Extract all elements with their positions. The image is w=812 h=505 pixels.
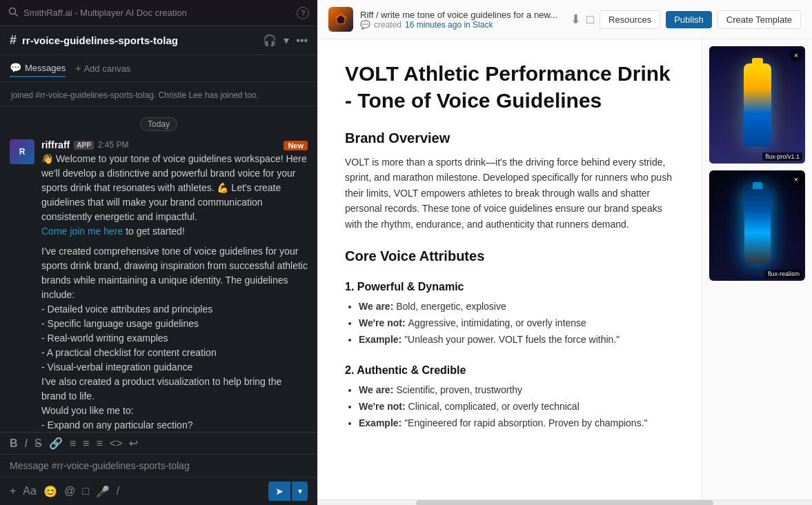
doc-main[interactable]: VOLT Athletic Performance Drink - Tone o… (317, 39, 702, 499)
image-close-button-2[interactable]: × (790, 173, 802, 186)
bullet-text: Bold, energetic, explosive (396, 301, 506, 312)
right-panel: Riff / write me tone of voice guidelines… (317, 0, 812, 505)
bold-icon[interactable]: B (10, 437, 18, 450)
publish-button[interactable]: Publish (666, 11, 712, 28)
date-divider: Today (0, 112, 317, 137)
headphone-icon[interactable]: 🎧 (263, 34, 277, 47)
link-icon[interactable]: 🔗 (49, 437, 63, 450)
huddle-icon[interactable]: □ (82, 485, 89, 497)
more-icon[interactable]: ••• (296, 34, 308, 47)
messages-area[interactable]: joined #rr-voice-guidelines-sports-tolag… (0, 82, 317, 432)
message-content: riffraff APP 2:45 PM 👋 Welcome to your t… (41, 139, 308, 239)
avatar: R (10, 139, 34, 164)
copy-icon[interactable]: □ (586, 12, 594, 27)
channel-header: # rr-voice-guidelines-sports-tolag 🎧 ▾ •… (0, 26, 317, 55)
image-label-2: flux-realism (765, 270, 802, 278)
add-icon[interactable]: + (10, 485, 16, 497)
mic-icon[interactable]: 🎤 (96, 485, 110, 498)
left-panel: SmithRaff.ai - Multiplayer AI Doc creati… (0, 0, 317, 505)
doc-subtitle: 💬 created 16 minutes ago in Slack (360, 20, 564, 30)
doc-actions: ⬇ □ Resources Publish Create Template (571, 10, 801, 29)
image-label-1: flux-pro/v1.1 (762, 152, 802, 161)
help-button[interactable]: ? (297, 7, 309, 19)
plus-icon: + (75, 63, 81, 74)
powerful-dynamic-list: We are: Bold, energetic, explosive We're… (345, 299, 674, 348)
image-card-2: × flux-realism (709, 170, 805, 281)
send-btn-area: ➤ ▾ (268, 482, 308, 501)
bullet-text: "Engineered for rapid absorption. Proven… (404, 417, 647, 428)
doc-header: Riff / write me tone of voice guidelines… (317, 0, 812, 39)
bullet-label: We're not: (359, 401, 408, 412)
core-voice-heading: Core Voice Attributes (345, 248, 674, 264)
strikethrough-icon[interactable]: S (34, 437, 42, 450)
list-ol-icon[interactable]: ≡ (70, 437, 76, 450)
doc-breadcrumb: Riff / write me tone of voice guidelines… (360, 10, 564, 20)
doc-content-area: VOLT Athletic Performance Drink - Tone o… (317, 39, 812, 499)
message-content: I've created comprehensive tone of voice… (41, 244, 308, 432)
bottle-shape (744, 63, 771, 146)
emoji-icon[interactable]: 😊 (43, 485, 57, 498)
message-author: riffraff (41, 139, 70, 150)
messages-tab[interactable]: 💬 Messages (10, 59, 66, 77)
send-arrow-button[interactable]: ▾ (292, 482, 308, 501)
chevron-down-icon[interactable]: ▾ (284, 34, 289, 47)
scrollbar-thumb (416, 500, 713, 505)
undo-icon[interactable]: ↩ (129, 437, 138, 450)
app-badge: APP (74, 141, 94, 150)
list-item: Example: "Unleash your power. VOLT fuels… (359, 332, 674, 348)
bullet-label: Example: (359, 334, 404, 345)
bullet-label: We're not: (359, 317, 408, 328)
add-canvas-label: Add canvas (83, 63, 130, 74)
compose-toolbar: B I S 🔗 ≡ ≡ ≡ <> ↩ (0, 432, 317, 454)
brand-overview-text: VOLT is more than a sports drink—it's th… (345, 155, 674, 232)
create-template-button[interactable]: Create Template (717, 10, 801, 29)
brand-logo (328, 7, 353, 32)
resources-button[interactable]: Resources (600, 10, 660, 29)
bottle-image-2 (709, 170, 805, 281)
mention-icon[interactable]: @ (64, 485, 75, 497)
search-bar: SmithRaff.ai - Multiplayer AI Doc creati… (0, 0, 317, 26)
text-format-icon[interactable]: Aa (23, 485, 37, 497)
message-text: 👋 Welcome to your tone of voice guidelin… (41, 152, 308, 239)
indent-icon[interactable]: ≡ (96, 437, 102, 450)
bottle-image-1 (709, 46, 805, 164)
authentic-credible-section: 2. Authentic & Credible We are: Scientif… (345, 364, 674, 431)
list-item: We are: Bold, energetic, explosive (359, 299, 674, 315)
bullet-text: "Unleash your power. VOLT fuels the forc… (404, 334, 620, 345)
brand-overview-section: Brand Overview VOLT is more than a sport… (345, 130, 674, 232)
list-item: We're not: Aggressive, intimidating, or … (359, 315, 674, 332)
horizontal-scrollbar[interactable] (317, 499, 812, 505)
image-card-1: × flux-pro/v1.1 (709, 46, 805, 164)
compose-area[interactable]: Message #rr-voice-guidelines-sports-tola… (0, 454, 317, 477)
join-notice: joined #rr-voice-guidelines-sports-tolag… (0, 88, 317, 106)
images-sidebar: × flux-pro/v1.1 × flux-realism (702, 39, 812, 499)
message-row: I've created comprehensive tone of voice… (0, 241, 317, 432)
date-pill: Today (140, 117, 177, 131)
code-icon[interactable]: <> (110, 437, 123, 450)
join-link[interactable]: Come join me here (41, 226, 123, 237)
bullet-label: Example: (359, 417, 404, 428)
message-row: R riffraff APP 2:45 PM 👋 Welcome to your… (0, 137, 317, 241)
messages-bar: 💬 Messages + Add canvas (0, 55, 317, 82)
bullet-text: Clinical, complicated, or overly technic… (408, 401, 580, 412)
message-header: riffraff APP 2:45 PM (41, 139, 308, 150)
italic-icon[interactable]: I (25, 437, 28, 450)
image-close-button-1[interactable]: × (790, 49, 802, 61)
list-ul-icon[interactable]: ≡ (83, 437, 89, 450)
doc-title: VOLT Athletic Performance Drink - Tone o… (345, 60, 674, 114)
search-label: SmithRaff.ai - Multiplayer AI Doc creati… (23, 8, 291, 18)
add-canvas-button[interactable]: + Add canvas (75, 63, 130, 74)
list-item: We're not: Clinical, complicated, or ove… (359, 399, 674, 415)
slash-icon[interactable]: / (117, 485, 119, 497)
download-icon[interactable]: ⬇ (571, 12, 581, 27)
svg-line-1 (15, 13, 18, 16)
brand-overview-heading: Brand Overview (345, 130, 674, 146)
powerful-dynamic-section: 1. Powerful & Dynamic We are: Bold, ener… (345, 281, 674, 348)
powerful-dynamic-heading: 1. Powerful & Dynamic (345, 281, 674, 293)
channel-icons: 🎧 ▾ ••• (263, 34, 308, 47)
search-icon (8, 7, 18, 19)
send-button[interactable]: ➤ (268, 482, 290, 501)
doc-title-area: Riff / write me tone of voice guidelines… (360, 10, 564, 30)
core-voice-section: Core Voice Attributes (345, 248, 674, 264)
messages-tab-label: Messages (25, 63, 66, 73)
